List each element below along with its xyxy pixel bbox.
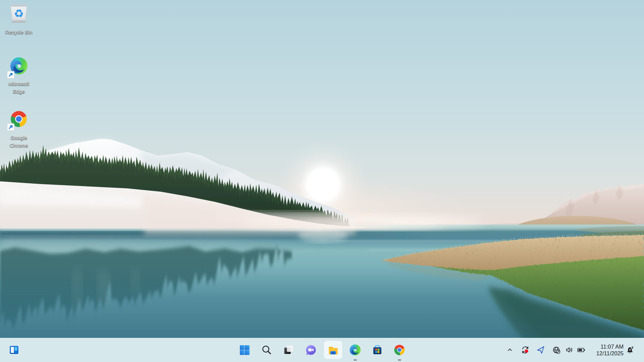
location-in-use-button[interactable] <box>533 342 548 358</box>
recycle-bin-icon: ♻ <box>0 3 38 23</box>
notification-bell-button[interactable]: z z <box>624 342 637 358</box>
start-button[interactable] <box>233 340 256 360</box>
desktop-icon-microsoft-edge[interactable]: Microsoft Edge <box>0 56 38 96</box>
clock-time: 11:07 AM <box>592 343 624 350</box>
search-button[interactable] <box>256 340 278 360</box>
svg-text:z: z <box>631 346 633 349</box>
desktop-icon-label: Google Chrome <box>3 134 35 149</box>
chat-icon <box>305 344 317 356</box>
show-hidden-icons-button[interactable] <box>503 342 517 358</box>
task-view-icon <box>283 344 294 356</box>
chat-button[interactable] <box>300 340 322 360</box>
desktop-icon-recycle-bin[interactable]: ♻ Recycle Bin <box>0 3 38 36</box>
running-indicator <box>354 359 357 361</box>
update-restart-button[interactable] <box>518 342 533 358</box>
task-view-button[interactable] <box>278 340 300 360</box>
running-indicator <box>398 359 401 361</box>
svg-text:♻: ♻ <box>14 7 24 20</box>
shortcut-arrow-icon <box>7 123 14 131</box>
desktop-icon-label: Recycle Bin <box>3 28 35 36</box>
volume-button[interactable] <box>563 342 575 358</box>
network-button[interactable] <box>550 342 563 358</box>
wallpaper-image <box>0 0 644 362</box>
desktop[interactable]: ♻ Recycle Bin <box>0 0 644 362</box>
chevron-up-icon <box>506 346 514 354</box>
taskbar-clock[interactable]: 11:07 AM 12/11/2025 <box>592 343 624 357</box>
search-icon <box>261 344 272 356</box>
chrome-taskbar-button[interactable] <box>388 340 411 360</box>
clock-date: 12/11/2025 <box>592 350 624 357</box>
location-arrow-icon <box>536 346 545 354</box>
globe-no-internet-icon <box>552 346 561 354</box>
desktop-icon-label: Microsoft Edge <box>3 80 35 96</box>
bell-dnd-icon: z z <box>626 346 635 355</box>
svg-text:z: z <box>629 348 631 351</box>
chrome-icon <box>394 344 405 356</box>
microsoft-store-icon <box>371 344 383 356</box>
speaker-icon <box>565 346 573 354</box>
file-explorer-icon <box>327 344 339 356</box>
edge-icon <box>350 344 361 356</box>
battery-icon <box>577 346 586 354</box>
widgets-button[interactable] <box>5 340 23 360</box>
shortcut-arrow-icon <box>7 71 14 78</box>
windows-start-icon <box>239 345 250 356</box>
edge-taskbar-button[interactable] <box>344 340 366 360</box>
taskbar: 11:07 AM 12/11/2025 z z <box>0 338 644 362</box>
sync-alert-icon <box>521 346 530 354</box>
battery-button[interactable] <box>575 342 587 358</box>
widgets-icon <box>8 344 20 356</box>
file-explorer-button[interactable] <box>322 340 344 360</box>
desktop-icon-google-chrome[interactable]: Google Chrome <box>0 109 38 149</box>
store-button[interactable] <box>366 340 388 360</box>
